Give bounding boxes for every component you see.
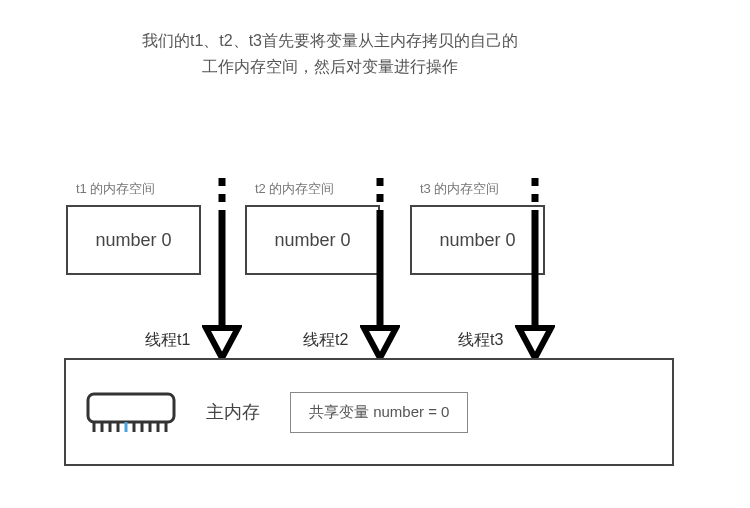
desc-line1: 我们的t1、t2、t3首先要将变量从主内存拷贝的自己的: [142, 32, 518, 49]
svg-marker-2: [206, 328, 238, 358]
svg-marker-8: [519, 328, 551, 358]
arrow-down-icon: [360, 178, 400, 360]
memory-box-t1: number 0: [66, 205, 201, 275]
arrow-down-icon: [515, 178, 555, 360]
svg-rect-9: [88, 394, 174, 422]
thread-name-t2: 线程t2: [303, 330, 348, 351]
arrow-down-icon: [202, 178, 242, 360]
thread-label-t2: t2 的内存空间: [255, 180, 334, 198]
thread-name-t3: 线程t3: [458, 330, 503, 351]
main-memory-label: 主内存: [206, 400, 260, 424]
memory-box-t3-value: number 0: [439, 230, 515, 251]
shared-variable-box: 共享变量 number = 0: [290, 392, 468, 433]
thread-label-t3: t3 的内存空间: [420, 180, 499, 198]
thread-label-t1: t1 的内存空间: [76, 180, 155, 198]
thread-name-t1: 线程t1: [145, 330, 190, 351]
memory-box-t2-value: number 0: [274, 230, 350, 251]
shared-variable-text: 共享变量 number = 0: [309, 403, 449, 420]
memory-box-t1-value: number 0: [95, 230, 171, 251]
main-memory-container: 主内存 共享变量 number = 0: [64, 358, 674, 466]
desc-line2: 工作内存空间，然后对变量进行操作: [202, 58, 458, 75]
description-text: 我们的t1、t2、t3首先要将变量从主内存拷贝的自己的 工作内存空间，然后对变量…: [80, 28, 580, 79]
svg-marker-5: [364, 328, 396, 358]
ram-icon: [86, 390, 176, 434]
